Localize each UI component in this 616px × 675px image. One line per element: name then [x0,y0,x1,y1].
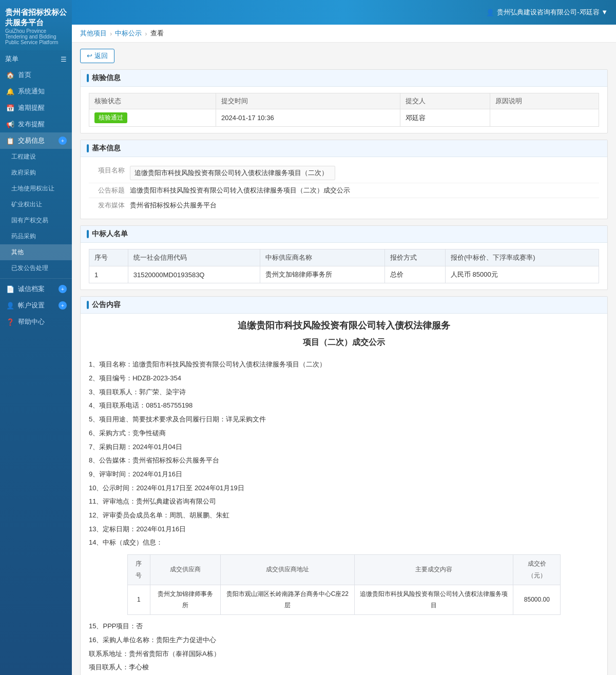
validation-title: 核验信息 [92,73,121,83]
sidebar-item-land[interactable]: 土地使用权出让 [0,181,72,197]
breadcrumb: 其他项目 › 中标公示 › 查看 [72,25,616,43]
sidebar-item-other[interactable]: 其他 [0,244,72,260]
cell-quote-type: 总价 [385,266,446,283]
winner-list-section: 中标人名单 序号 统一社会信用代码 中标供应商名称 报价方式 报价(中标价、下浮… [80,225,608,290]
winner-list-title: 中标人名单 [92,229,128,239]
user-avatar-icon: 👤 [486,9,494,16]
sidebar-item-published[interactable]: 已发公告处理 [0,260,72,276]
cell-submitter: 邓廷容 [400,109,490,127]
bell-icon: 🔔 [6,88,14,95]
value-project-name: 追缴贵阳市科技风险投资有限公司转入债权法律服务项目（二次） [130,166,599,180]
list-item: 6、采购方式：竞争性磋商 [89,427,599,440]
sidebar-item-help[interactable]: ❓ 帮助中心 [0,314,72,330]
label-announcement-title: 公告标题 [89,186,130,195]
list-item: 13、定标日期：2024年01月16日 [89,523,599,536]
sidebar-item-credit[interactable]: 📄 诚信档案 + [0,281,72,297]
breadcrumb-winning-bid[interactable]: 中标公示 [115,29,142,38]
help-icon: ❓ [6,318,14,326]
winner-col-credit: 统一社会信用代码 [128,249,260,266]
info-row-announcement-title: 公告标题 追缴贵阳市科技风险投资有限公司转入债权法律服务项目（二次）成交公示 [89,183,599,198]
sidebar: 贵州省招标投标公共服务平台 GuiZhou Province Tendering… [0,0,72,675]
document-icon: 📄 [6,285,14,293]
sidebar-item-state-property[interactable]: 国有产权交易 [0,213,72,228]
breadcrumb-other-projects[interactable]: 其他项目 [80,29,107,38]
announcement-main-title: 追缴贵阳市科技风险投资有限公司转入债权法律服务 [89,319,599,333]
user-menu[interactable]: 👤 贵州弘典建设咨询有限公司-邓廷容 ▼ [486,8,608,17]
table-row: 1 贵州文加锦律师事务所 贵阳市观山湖区长岭南路茅台商务中心C座22层 追缴贵阳… [127,585,561,615]
cell-time: 2024-01-17 10:36 [216,109,400,127]
status-badge: 核验通过 [94,112,127,123]
announcement-title-label: 公告内容 [92,300,121,310]
home-icon: 🏠 [6,71,14,79]
announcement-header: 公告内容 [81,297,607,314]
sidebar-item-overdue[interactable]: 📅 逾期提醒 [0,100,72,116]
sidebar-item-label: 交易信息 [18,136,45,145]
list-item: 16、采购人单位名称：贵阳生产力促进中心 [89,634,599,647]
menu-icon: ☰ [61,55,67,63]
list-item: 4、项目联系电话：0851-85755198 [89,399,599,412]
list-item: 1、项目名称：追缴贵阳市科技风险投资有限公司转入债权法律服务项目（二次） [89,358,599,371]
list-item: 15、PPP项目：否 [89,620,599,633]
sidebar-menu-toggle[interactable]: 菜单 ☰ [0,50,72,67]
sidebar-item-label: 土地使用权出让 [11,184,54,193]
basic-info-header: 基本信息 [81,140,607,157]
sidebar-item-label: 国有产权交易 [11,216,48,225]
cell-reason [490,109,599,127]
sidebar-item-label: 药品采购 [11,232,36,241]
cell-seq: 1 [127,585,150,615]
validation-body: 核验状态 提交时间 提交人 原因说明 核验通过 2024-01-17 10:36… [81,87,607,133]
sidebar-item-account[interactable]: 👤 帐户设置 + [0,297,72,314]
cell-content: 追缴贵阳市科技风险投资有限公司转入债权法律服务项目 [355,585,513,615]
sidebar-item-notify[interactable]: 🔔 系统通知 [0,83,72,100]
sidebar-item-gov-purchase[interactable]: 政府采购 [0,165,72,181]
breadcrumb-sep-2: › [145,30,147,37]
list-item: 3、项目联系人：郭广荣、染宇诗 [89,386,599,399]
cell-price: 85000.00 [513,585,561,615]
list-item: 11、评审地点：贵州弘典建设咨询有限公司 [89,495,599,508]
label-project-name: 项目名称 [89,166,130,175]
table-row: 1 31520000MD0193583Q 贵州文加锦律师事务所 总价 人民币 8… [89,266,599,283]
topbar: 👤 贵州弘典建设咨询有限公司-邓廷容 ▼ [72,0,616,25]
basic-info-section: 基本信息 项目名称 追缴贵阳市科技风险投资有限公司转入债权法律服务项目（二次） … [80,140,608,219]
cell-supplier: 贵州文加锦律师事务所 [150,585,221,615]
list-item: 10、公示时间：2024年01月17日至 2024年01月19日 [89,482,599,495]
sidebar-item-label: 矿业权出让 [11,200,42,209]
validation-header: 核验信息 [81,70,607,87]
sidebar-item-publish-remind[interactable]: 📢 发布提醒 [0,116,72,132]
trans-col-supplier: 成交供应商 [150,555,221,585]
cell-quote-value: 人民币 85000元 [445,266,599,283]
cell-name: 贵州文加锦律师事务所 [260,266,385,283]
trans-col-seq: 序号 [127,555,150,585]
list-item: 14、中标（成交）信息： [89,536,599,549]
content-area: ↩ 返回 核验信息 核验状态 提交时间 提交人 原因说明 [72,43,616,675]
list-item: 8、公告媒体：贵州省招标投标公共服务平台 [89,454,599,467]
announcement-subtitle: 项目（二次）成交公示 [89,335,599,350]
winner-table: 序号 统一社会信用代码 中标供应商名称 报价方式 报价(中标价、下浮率或赛率) … [89,249,599,283]
sidebar-item-mineral[interactable]: 矿业权出让 [0,197,72,213]
project-name-box: 追缴贵阳市科技风险投资有限公司转入债权法律服务项目（二次） [130,166,335,180]
cell-address: 贵阳市观山湖区长岭南路茅台商务中心C座22层 [220,585,354,615]
breadcrumb-view: 查看 [150,29,164,38]
table-row: 核验通过 2024-01-17 10:36 邓廷容 [89,109,599,127]
list-item: 2、项目编号：HDZB-2023-354 [89,372,599,385]
winner-list-body: 序号 统一社会信用代码 中标供应商名称 报价方式 报价(中标价、下浮率或赛率) … [81,243,607,290]
trans-col-price: 成交价（元） [513,555,561,585]
trans-col-content: 主要成交内容 [355,555,513,585]
sidebar-item-transaction[interactable]: 📋 交易信息 + [0,132,72,149]
list-item: 9、评审时间：2024年01月16日 [89,468,599,481]
list-item: 项目联系人：李心梭 [89,661,599,674]
breadcrumb-sep-1: › [110,30,112,37]
value-announcement-title: 追缴贵阳市科技风险投资有限公司转入债权法律服务项目（二次）成交公示 [130,186,599,195]
sidebar-item-medicine[interactable]: 药品采购 [0,228,72,244]
sidebar-item-home[interactable]: 🏠 首页 [0,67,72,83]
sidebar-item-engineering[interactable]: 工程建设 [0,149,72,165]
info-row-project-name: 项目名称 追缴贵阳市科技风险投资有限公司转入债权法律服务项目（二次） [89,163,599,183]
sidebar-item-label: 工程建设 [11,152,36,161]
col-submit-time: 提交时间 [216,93,400,109]
back-button[interactable]: ↩ 返回 [80,49,114,63]
account-badge: + [59,301,67,310]
user-name-label: 贵州弘典建设咨询有限公司-邓廷容 ▼ [497,8,608,17]
validation-table: 核验状态 提交时间 提交人 原因说明 核验通过 2024-01-17 10:36… [89,93,599,127]
announcement-content: 追缴贵阳市科技风险投资有限公司转入债权法律服务 项目（二次）成交公示 1、项目名… [81,314,607,675]
basic-info-title: 基本信息 [92,144,121,153]
